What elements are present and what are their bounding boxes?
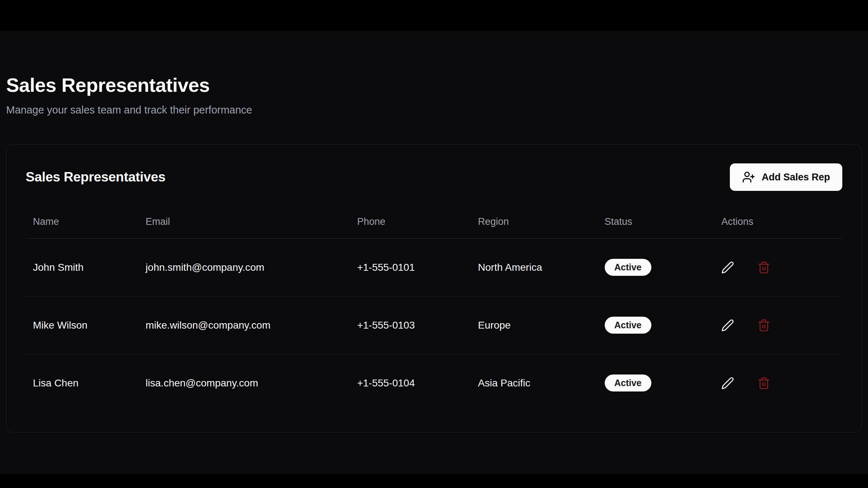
cell-region: North America bbox=[471, 239, 597, 296]
status-badge: Active bbox=[605, 374, 651, 391]
edit-button[interactable] bbox=[721, 261, 734, 274]
status-badge: Active bbox=[605, 259, 651, 276]
cell-region: Asia Pacific bbox=[471, 354, 597, 412]
card-header: Sales Representatives Add Sales Rep bbox=[26, 163, 842, 191]
trash-icon bbox=[757, 319, 770, 332]
cell-actions bbox=[714, 354, 842, 412]
table-row: Lisa Chen lisa.chen@company.com +1-555-0… bbox=[26, 354, 842, 412]
cell-phone: +1-555-0101 bbox=[350, 239, 471, 296]
page-subtitle: Manage your sales team and track their p… bbox=[6, 104, 862, 116]
cell-status: Active bbox=[597, 239, 714, 296]
cell-status: Active bbox=[597, 354, 714, 412]
cell-region: Europe bbox=[471, 296, 597, 354]
cell-email: lisa.chen@company.com bbox=[139, 354, 350, 412]
add-sales-rep-button-label: Add Sales Rep bbox=[762, 172, 830, 183]
column-header-phone: Phone bbox=[350, 207, 471, 239]
cell-phone: +1-555-0104 bbox=[350, 354, 471, 412]
table-row: Mike Wilson mike.wilson@company.com +1-5… bbox=[26, 296, 842, 354]
delete-button[interactable] bbox=[757, 377, 770, 390]
delete-button[interactable] bbox=[757, 319, 770, 332]
edit-button[interactable] bbox=[721, 319, 734, 332]
column-header-status: Status bbox=[597, 207, 714, 239]
pencil-icon bbox=[721, 261, 734, 274]
status-badge: Active bbox=[605, 317, 651, 334]
delete-button[interactable] bbox=[757, 261, 770, 274]
card-title: Sales Representatives bbox=[26, 170, 166, 185]
page-title: Sales Representatives bbox=[6, 74, 862, 96]
cell-actions bbox=[714, 296, 842, 354]
user-plus-icon bbox=[742, 171, 755, 184]
table-header-row: Name Email Phone Region Status Actions bbox=[26, 207, 842, 239]
sales-reps-table: Name Email Phone Region Status Actions J… bbox=[26, 207, 842, 412]
cell-status: Active bbox=[597, 296, 714, 354]
trash-icon bbox=[757, 261, 770, 274]
sales-reps-page: Sales Representatives Manage your sales … bbox=[0, 31, 868, 432]
table-row: John Smith john.smith@company.com +1-555… bbox=[26, 239, 842, 296]
cell-name: John Smith bbox=[26, 239, 139, 296]
column-header-actions: Actions bbox=[714, 207, 842, 239]
column-header-email: Email bbox=[139, 207, 350, 239]
column-header-name: Name bbox=[26, 207, 139, 239]
sales-reps-card: Sales Representatives Add Sales Rep bbox=[6, 144, 862, 432]
trash-icon bbox=[757, 377, 770, 390]
cell-email: john.smith@company.com bbox=[139, 239, 350, 296]
cell-email: mike.wilson@company.com bbox=[139, 296, 350, 354]
add-sales-rep-button[interactable]: Add Sales Rep bbox=[730, 163, 842, 191]
cell-name: Lisa Chen bbox=[26, 354, 139, 412]
pencil-icon bbox=[721, 377, 734, 390]
edit-button[interactable] bbox=[721, 377, 734, 390]
cell-name: Mike Wilson bbox=[26, 296, 139, 354]
cell-phone: +1-555-0103 bbox=[350, 296, 471, 354]
column-header-region: Region bbox=[471, 207, 597, 239]
app-viewport: Sales Representatives Manage your sales … bbox=[0, 31, 868, 474]
cell-actions bbox=[714, 239, 842, 296]
pencil-icon bbox=[721, 319, 734, 332]
